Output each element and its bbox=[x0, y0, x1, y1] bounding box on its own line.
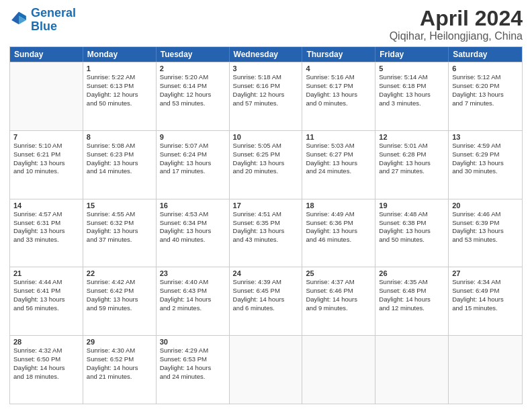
cell-line: Daylight: 13 hours bbox=[306, 91, 371, 99]
cell-line: and 14 minutes. bbox=[87, 167, 152, 176]
cal-cell: 13Sunrise: 4:59 AMSunset: 6:29 PMDayligh… bbox=[449, 131, 522, 199]
cell-line: Sunrise: 5:10 AM bbox=[13, 142, 79, 150]
cal-cell: 6Sunrise: 5:12 AMSunset: 6:20 PMDaylight… bbox=[449, 62, 522, 130]
cell-line: and 27 minutes. bbox=[379, 167, 445, 176]
week-4: 21Sunrise: 4:44 AMSunset: 6:41 PMDayligh… bbox=[10, 267, 522, 335]
calendar-header: SundayMondayTuesdayWednesdayThursdayFrid… bbox=[10, 47, 522, 62]
day-number: 29 bbox=[87, 338, 152, 346]
cell-line: Daylight: 13 hours bbox=[452, 91, 519, 99]
cell-line: Daylight: 13 hours bbox=[379, 227, 445, 236]
day-number: 24 bbox=[233, 269, 299, 277]
cell-line: Daylight: 13 hours bbox=[160, 159, 226, 168]
day-number: 23 bbox=[160, 269, 226, 277]
cell-line: Daylight: 13 hours bbox=[233, 159, 299, 168]
cal-cell: 10Sunrise: 5:05 AMSunset: 6:25 PMDayligh… bbox=[230, 131, 303, 199]
cal-cell: 23Sunrise: 4:40 AMSunset: 6:43 PMDayligh… bbox=[157, 267, 230, 335]
cell-line: and 53 minutes. bbox=[452, 236, 519, 244]
cal-cell: 24Sunrise: 4:39 AMSunset: 6:45 PMDayligh… bbox=[230, 267, 303, 335]
cell-line: and 24 minutes. bbox=[306, 167, 371, 176]
subtitle: Qiqihar, Heilongjiang, China bbox=[390, 30, 523, 42]
cal-cell: 11Sunrise: 5:03 AMSunset: 6:27 PMDayligh… bbox=[302, 131, 375, 199]
cell-line: Sunrise: 4:30 AM bbox=[87, 347, 152, 355]
cell-line: Sunset: 6:35 PM bbox=[233, 219, 299, 228]
cell-line: Sunrise: 4:34 AM bbox=[452, 278, 519, 287]
cal-cell: 8Sunrise: 5:08 AMSunset: 6:23 PMDaylight… bbox=[83, 131, 157, 199]
cell-line: Daylight: 12 hours bbox=[233, 91, 299, 99]
day-number: 4 bbox=[306, 64, 371, 73]
cell-line: Sunrise: 4:53 AM bbox=[160, 210, 226, 219]
cal-cell: 14Sunrise: 4:57 AMSunset: 6:31 PMDayligh… bbox=[10, 199, 83, 267]
cell-line: Sunrise: 4:59 AM bbox=[452, 142, 519, 150]
day-number: 12 bbox=[379, 133, 445, 141]
cell-line: Daylight: 13 hours bbox=[306, 159, 371, 168]
header: General Blue April 2024 Qiqihar, Heilong… bbox=[9, 7, 523, 42]
cal-cell: 5Sunrise: 5:14 AMSunset: 6:18 PMDaylight… bbox=[375, 62, 449, 130]
col-header-tuesday: Tuesday bbox=[157, 47, 230, 62]
cal-cell: 18Sunrise: 4:49 AMSunset: 6:36 PMDayligh… bbox=[302, 199, 375, 267]
cal-cell: 12Sunrise: 5:01 AMSunset: 6:28 PMDayligh… bbox=[375, 131, 449, 199]
day-number: 11 bbox=[306, 133, 371, 141]
cell-line: Sunset: 6:27 PM bbox=[306, 150, 371, 159]
cell-line: and 50 minutes. bbox=[87, 99, 152, 108]
cell-line: Daylight: 14 hours bbox=[379, 295, 445, 304]
cell-line: Daylight: 12 hours bbox=[160, 91, 226, 99]
cell-line: and 46 minutes. bbox=[306, 236, 371, 244]
cell-line: Daylight: 14 hours bbox=[13, 364, 79, 373]
day-number: 28 bbox=[13, 338, 79, 346]
page: General Blue April 2024 Qiqihar, Heilong… bbox=[0, 0, 532, 411]
cal-cell: 16Sunrise: 4:53 AMSunset: 6:34 PMDayligh… bbox=[157, 199, 230, 267]
cell-line: and 0 minutes. bbox=[306, 99, 371, 108]
cell-line: and 37 minutes. bbox=[87, 236, 152, 244]
cal-cell: 19Sunrise: 4:48 AMSunset: 6:38 PMDayligh… bbox=[375, 199, 449, 267]
cell-line: Daylight: 13 hours bbox=[306, 227, 371, 236]
cell-line: Sunset: 6:16 PM bbox=[233, 82, 299, 91]
cell-line: Sunrise: 5:03 AM bbox=[306, 142, 371, 150]
cell-line: Daylight: 13 hours bbox=[452, 227, 519, 236]
cell-line: Daylight: 13 hours bbox=[13, 295, 79, 304]
cell-line: Sunset: 6:42 PM bbox=[87, 287, 152, 295]
cell-line: Sunrise: 4:29 AM bbox=[160, 347, 226, 355]
cell-line: and 3 minutes. bbox=[379, 99, 445, 108]
calendar: SundayMondayTuesdayWednesdayThursdayFrid… bbox=[9, 46, 523, 404]
cell-line: Daylight: 13 hours bbox=[233, 227, 299, 236]
cell-line: Daylight: 13 hours bbox=[87, 295, 152, 304]
cell-line: and 18 minutes. bbox=[13, 373, 79, 381]
cell-line: and 57 minutes. bbox=[233, 99, 299, 108]
day-number: 7 bbox=[13, 133, 79, 141]
cal-cell: 25Sunrise: 4:37 AMSunset: 6:46 PMDayligh… bbox=[302, 267, 375, 335]
cell-line: and 59 minutes. bbox=[87, 304, 152, 313]
cal-cell bbox=[10, 62, 83, 130]
cal-cell: 30Sunrise: 4:29 AMSunset: 6:53 PMDayligh… bbox=[157, 336, 230, 404]
cell-line: and 7 minutes. bbox=[452, 99, 519, 108]
cal-cell: 26Sunrise: 4:35 AMSunset: 6:48 PMDayligh… bbox=[375, 267, 449, 335]
cal-cell: 2Sunrise: 5:20 AMSunset: 6:14 PMDaylight… bbox=[157, 62, 230, 130]
cell-line: and 12 minutes. bbox=[379, 304, 445, 313]
cal-cell bbox=[449, 336, 522, 404]
day-number: 30 bbox=[160, 338, 226, 346]
cell-line: and 15 minutes. bbox=[452, 304, 519, 313]
cell-line: Daylight: 14 hours bbox=[306, 295, 371, 304]
cal-cell bbox=[375, 336, 449, 404]
cell-line: Sunrise: 4:46 AM bbox=[452, 210, 519, 219]
cell-line: Sunset: 6:23 PM bbox=[87, 150, 152, 159]
cell-line: and 33 minutes. bbox=[13, 236, 79, 244]
cell-line: Sunrise: 4:35 AM bbox=[379, 278, 445, 287]
day-number: 9 bbox=[160, 133, 226, 141]
day-number: 19 bbox=[379, 201, 445, 210]
cell-line: Sunrise: 4:37 AM bbox=[306, 278, 371, 287]
day-number: 1 bbox=[87, 64, 152, 73]
cal-cell: 7Sunrise: 5:10 AMSunset: 6:21 PMDaylight… bbox=[10, 131, 83, 199]
cell-line: and 2 minutes. bbox=[160, 304, 226, 313]
day-number: 21 bbox=[13, 269, 79, 277]
cell-line: Sunset: 6:18 PM bbox=[379, 82, 445, 91]
logo: General Blue bbox=[9, 7, 76, 34]
cell-line: Sunset: 6:43 PM bbox=[160, 287, 226, 295]
cell-line: Sunrise: 4:57 AM bbox=[13, 210, 79, 219]
cell-line: and 9 minutes. bbox=[306, 304, 371, 313]
cell-line: Daylight: 13 hours bbox=[87, 159, 152, 168]
calendar-body: 1Sunrise: 5:22 AMSunset: 6:13 PMDaylight… bbox=[10, 62, 522, 404]
cell-line: Daylight: 13 hours bbox=[452, 159, 519, 168]
cell-line: Sunrise: 5:07 AM bbox=[160, 142, 226, 150]
week-2: 7Sunrise: 5:10 AMSunset: 6:21 PMDaylight… bbox=[10, 130, 522, 199]
cell-line: and 40 minutes. bbox=[160, 236, 226, 244]
